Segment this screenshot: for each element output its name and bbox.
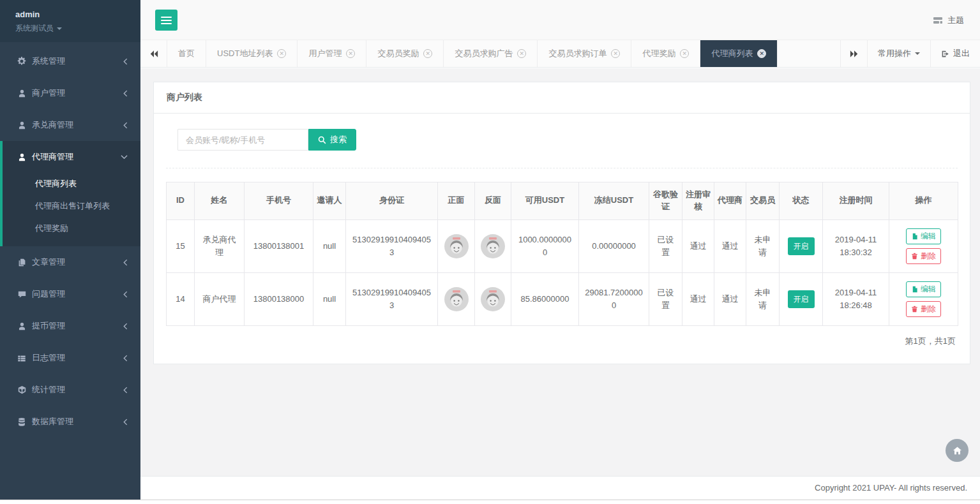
sidebar-item-row[interactable]: 代理商管理 bbox=[3, 141, 140, 173]
status-badge: 开启 bbox=[788, 290, 815, 308]
top-header: 主题 bbox=[140, 0, 980, 40]
main-content: 商户列表 搜索 ID姓名手机号邀请人身份证正面反面可用USDT冻结USDT谷歌验… bbox=[140, 68, 980, 476]
sidebar-item-row[interactable]: 文章管理 bbox=[0, 246, 140, 278]
sidebar-subitem-代理商列表[interactable]: 代理商列表 bbox=[3, 173, 140, 195]
sidebar-item-row[interactable]: 系统管理 bbox=[0, 45, 140, 77]
column-header-back: 反面 bbox=[475, 182, 511, 220]
sidebar-item-row[interactable]: 承兑商管理 bbox=[0, 109, 140, 141]
sidebar-item-label: 系统管理 bbox=[32, 56, 123, 67]
tab-close-icon[interactable]: ✕ bbox=[277, 49, 286, 58]
sidebar-toggle-button[interactable] bbox=[155, 10, 177, 31]
user-icon bbox=[16, 89, 27, 98]
logout-button[interactable]: 退出 bbox=[930, 40, 980, 67]
sidebar-item-row[interactable]: 日志管理 bbox=[0, 342, 140, 374]
sidebar-item-row[interactable]: 数据库管理 bbox=[0, 406, 140, 438]
sidebar-item-label: 文章管理 bbox=[32, 256, 123, 268]
copyright-text: Copyright 2021 UPAY- All rights reserved… bbox=[815, 483, 967, 493]
sidebar-item-label: 商户管理 bbox=[32, 87, 123, 99]
profile-area: admin 系统测试员 bbox=[0, 0, 140, 42]
sidebar-item-label: 日志管理 bbox=[32, 352, 123, 364]
delete-button[interactable]: 删除 bbox=[906, 301, 941, 317]
sidebar: admin 系统测试员 系统管理商户管理承兑商管理代理商管理代理商列表代理商出售… bbox=[0, 0, 140, 500]
column-header-available_usdt: 可用USDT bbox=[511, 182, 579, 220]
column-header-id_card: 身份证 bbox=[346, 182, 438, 220]
tab-代理商列表[interactable]: 代理商列表✕ bbox=[700, 40, 778, 67]
cell-trader: 未申请 bbox=[746, 272, 780, 325]
search-input[interactable] bbox=[177, 129, 308, 151]
files-icon bbox=[16, 258, 27, 267]
sidebar-item-row[interactable]: 商户管理 bbox=[0, 77, 140, 109]
sidebar-item-提币管理: 提币管理 bbox=[0, 310, 140, 342]
pagination-info: 第1页，共1页 bbox=[166, 336, 958, 347]
tab-USDT地址列表[interactable]: USDT地址列表✕ bbox=[206, 40, 298, 67]
hamburger-icon bbox=[161, 17, 172, 24]
tab-交易员求购广告[interactable]: 交易员求购广告✕ bbox=[444, 40, 538, 67]
tab-label: 交易员求购订单 bbox=[548, 48, 607, 59]
tab-close-icon[interactable]: ✕ bbox=[423, 49, 432, 58]
id-photo-thumbnail[interactable] bbox=[481, 293, 505, 303]
id-photo-thumbnail[interactable] bbox=[444, 293, 469, 303]
tab-交易员求购订单[interactable]: 交易员求购订单✕ bbox=[538, 40, 631, 67]
database-icon bbox=[16, 418, 27, 426]
cell-status: 开启 bbox=[780, 272, 823, 325]
trash-icon bbox=[911, 306, 918, 313]
caret-down-icon bbox=[915, 52, 920, 55]
search-button[interactable]: 搜索 bbox=[308, 129, 356, 151]
double-chevron-left-icon bbox=[149, 50, 158, 58]
column-header-agent: 代理商 bbox=[714, 182, 746, 220]
chevron-left-icon bbox=[123, 259, 128, 266]
id-photo-thumbnail[interactable] bbox=[481, 241, 505, 250]
id-photo-thumbnail[interactable] bbox=[444, 241, 469, 250]
tab-交易员奖励[interactable]: 交易员奖励✕ bbox=[366, 40, 444, 67]
caret-down-icon bbox=[57, 27, 62, 30]
delete-button[interactable]: 删除 bbox=[906, 248, 941, 264]
tabs-scroll-left-button[interactable] bbox=[140, 40, 167, 67]
profile-role-dropdown[interactable]: 系统测试员 bbox=[15, 23, 125, 34]
tab-close-icon[interactable]: ✕ bbox=[611, 49, 620, 58]
tab-代理奖励[interactable]: 代理奖励✕ bbox=[631, 40, 700, 67]
column-header-frozen_usdt: 冻结USDT bbox=[579, 182, 649, 220]
common-actions-dropdown[interactable]: 常用操作 bbox=[867, 40, 930, 67]
merchant-list-panel: 商户列表 搜索 ID姓名手机号邀请人身份证正面反面可用USDT冻结USDT谷歌验… bbox=[153, 82, 970, 364]
theme-list-icon bbox=[933, 17, 943, 25]
back-home-button[interactable] bbox=[946, 439, 969, 462]
column-header-actions: 操作 bbox=[889, 182, 958, 220]
sidebar-item-系统管理: 系统管理 bbox=[0, 45, 140, 77]
window-bottom-strip bbox=[0, 500, 980, 504]
tabs-scroll-right-button[interactable] bbox=[840, 40, 867, 67]
sidebar-item-数据库管理: 数据库管理 bbox=[0, 406, 140, 438]
sidebar-menu: 系统管理商户管理承兑商管理代理商管理代理商列表代理商出售订单列表代理奖励文章管理… bbox=[0, 45, 140, 438]
sign-out-icon bbox=[941, 50, 949, 58]
sidebar-item-label: 承兑商管理 bbox=[32, 119, 123, 131]
tab-首页[interactable]: 首页 bbox=[167, 40, 206, 67]
tab-用户管理[interactable]: 用户管理✕ bbox=[298, 40, 366, 67]
sidebar-subitem-代理商出售订单列表[interactable]: 代理商出售订单列表 bbox=[3, 195, 140, 218]
tab-label: 代理商列表 bbox=[711, 48, 753, 59]
tab-label: 代理奖励 bbox=[642, 48, 675, 59]
tab-close-icon[interactable]: ✕ bbox=[757, 49, 766, 58]
search-group: 搜索 bbox=[177, 129, 958, 151]
column-header-phone: 手机号 bbox=[245, 182, 313, 220]
sidebar-item-row[interactable]: 提币管理 bbox=[0, 310, 140, 342]
tab-close-icon[interactable]: ✕ bbox=[346, 49, 355, 58]
column-header-register_time: 注册时间 bbox=[823, 182, 889, 220]
tab-close-icon[interactable]: ✕ bbox=[680, 49, 689, 58]
chevron-left-icon bbox=[123, 58, 128, 65]
sidebar-item-row[interactable]: 统计管理 bbox=[0, 374, 140, 406]
delete-button-label: 删除 bbox=[921, 251, 936, 262]
edit-button[interactable]: 编辑 bbox=[906, 281, 941, 297]
tab-label: 用户管理 bbox=[308, 48, 342, 59]
chevron-down-icon bbox=[121, 154, 128, 159]
tab-label: 首页 bbox=[178, 48, 195, 59]
edit-button[interactable]: 编辑 bbox=[906, 228, 941, 244]
sidebar-item-row[interactable]: 问题管理 bbox=[0, 278, 140, 310]
column-header-register_audit: 注册审核 bbox=[682, 182, 714, 220]
cell-available_usdt: 85.86000000 bbox=[511, 272, 579, 325]
tab-close-icon[interactable]: ✕ bbox=[517, 49, 526, 58]
cell-trader: 未申请 bbox=[746, 219, 780, 272]
theme-menu[interactable]: 主题 bbox=[933, 15, 964, 26]
sidebar-item-label: 代理商管理 bbox=[32, 151, 121, 163]
chevron-left-icon bbox=[123, 323, 128, 330]
table-row: 14商户代理13800138000null5130291991040940538… bbox=[167, 272, 958, 325]
sidebar-subitem-代理奖励[interactable]: 代理奖励 bbox=[3, 218, 140, 240]
